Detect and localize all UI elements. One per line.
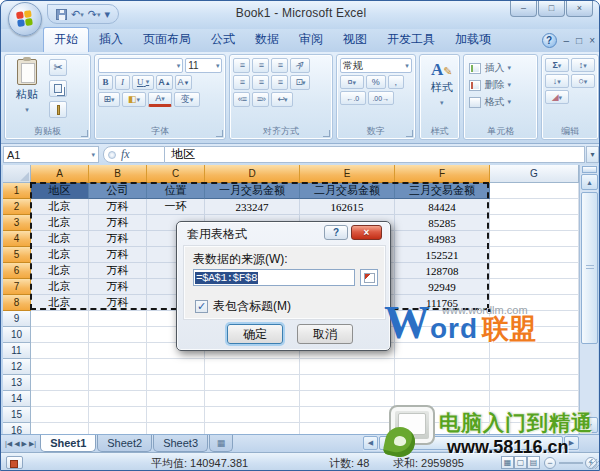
align-center-button[interactable]: ≡: [252, 75, 269, 90]
cell-F7[interactable]: 92949: [395, 279, 490, 295]
cell-E1[interactable]: 二月交易金额: [300, 183, 395, 199]
paste-button[interactable]: 粘贴▾: [10, 59, 44, 123]
font-name-combo[interactable]: ▾: [98, 58, 183, 73]
resize-grip[interactable]: [589, 459, 599, 469]
ribbon-tab-开始[interactable]: 开始: [43, 27, 89, 52]
split-handle[interactable]: [582, 166, 597, 173]
format-cells-button[interactable]: 格式▾: [469, 95, 531, 109]
cell-A8[interactable]: 北京: [31, 295, 89, 311]
cell-E13[interactable]: [300, 375, 395, 391]
row-header-1[interactable]: 1: [3, 183, 31, 199]
clear-button[interactable]: ◢▾: [545, 90, 569, 104]
insert-worksheet-button[interactable]: ▦: [209, 435, 233, 452]
cell-D14[interactable]: [205, 391, 300, 407]
cell-A9[interactable]: [31, 311, 89, 327]
cell-F1[interactable]: 三月交易金额: [395, 183, 490, 199]
increase-indent-button[interactable]: ≡»: [252, 92, 269, 107]
select-all-corner[interactable]: [3, 165, 31, 183]
cell-C13[interactable]: [147, 375, 205, 391]
cell-F6[interactable]: 128708: [395, 263, 490, 279]
col-header-F[interactable]: F: [395, 165, 490, 183]
ribbon-tab-页面布局[interactable]: 页面布局: [133, 28, 201, 52]
cell-A12[interactable]: [31, 359, 89, 375]
phonetic-button[interactable]: 变▾: [174, 92, 200, 107]
decrease-decimal-button[interactable]: .00→: [368, 91, 394, 105]
cell-G10[interactable]: [490, 327, 579, 343]
cell-B3[interactable]: 万科: [89, 215, 147, 231]
cell-G1[interactable]: [490, 183, 579, 199]
cell-A16[interactable]: [31, 423, 89, 434]
cell-G16[interactable]: [490, 423, 579, 434]
align-left-button[interactable]: ≡: [233, 75, 250, 90]
row-header-14[interactable]: 14: [3, 391, 31, 407]
cell-D13[interactable]: [205, 375, 300, 391]
cell-A4[interactable]: 北京: [31, 231, 89, 247]
cell-F9[interactable]: [395, 311, 490, 327]
name-box-dropdown-icon[interactable]: ▾: [91, 151, 95, 159]
comma-style-button[interactable]: ,: [388, 75, 404, 89]
dialog-close-button[interactable]: ×: [351, 225, 382, 240]
accounting-format-button[interactable]: ¤▾: [340, 75, 364, 89]
zoom-slider[interactable]: [559, 462, 583, 464]
cell-C15[interactable]: [147, 407, 205, 423]
cell-E12[interactable]: [300, 359, 395, 375]
wrap-text-button[interactable]: ↩▾: [271, 92, 293, 107]
cell-C12[interactable]: [147, 359, 205, 375]
fill-handle[interactable]: [487, 308, 492, 313]
cell-F15[interactable]: [395, 407, 490, 423]
row-header-7[interactable]: 7: [3, 279, 31, 295]
normal-view-button[interactable]: ▦: [501, 456, 514, 469]
cell-D1[interactable]: 一月交易金额: [205, 183, 300, 199]
cell-E15[interactable]: [300, 407, 395, 423]
page-break-view-button[interactable]: ▤: [527, 456, 540, 469]
cell-B7[interactable]: 万科: [89, 279, 147, 295]
col-header-A[interactable]: A: [31, 165, 89, 183]
cell-F13[interactable]: [395, 375, 490, 391]
styles-button[interactable]: A✎ 样式▾: [424, 59, 460, 123]
cell-E16[interactable]: [300, 423, 395, 434]
font-size-combo[interactable]: 11▾: [185, 58, 222, 73]
cell-A15[interactable]: [31, 407, 89, 423]
cell-B14[interactable]: [89, 391, 147, 407]
cell-G5[interactable]: [490, 247, 579, 263]
sheet-tab-sheet1[interactable]: Sheet1: [40, 435, 96, 452]
decrease-indent-button[interactable]: «≡: [233, 92, 250, 107]
collapse-range-button[interactable]: [360, 269, 378, 286]
scroll-left-button[interactable]: ◀: [363, 436, 378, 450]
cell-B2[interactable]: 万科: [89, 199, 147, 215]
sheet-nav-1[interactable]: ◀: [14, 440, 19, 448]
cell-G3[interactable]: [490, 215, 579, 231]
col-header-B[interactable]: B: [89, 165, 147, 183]
format-painter-button[interactable]: [49, 101, 67, 118]
cell-D16[interactable]: [205, 423, 300, 434]
expand-formula-bar-button[interactable]: ▾: [586, 146, 599, 163]
horizontal-scroll-thumb[interactable]: [379, 436, 563, 450]
insert-function-button[interactable]: fx: [103, 146, 165, 163]
cell-D15[interactable]: [205, 407, 300, 423]
ribbon-tab-公式[interactable]: 公式: [201, 28, 245, 52]
workbook-minimize-button[interactable]: –: [564, 36, 570, 46]
restore-button[interactable]: □: [538, 1, 565, 17]
headers-checkbox[interactable]: ✓: [195, 300, 208, 313]
cell-C1[interactable]: 位置: [147, 183, 205, 199]
table-source-input[interactable]: =$A$1:$F$8: [193, 269, 355, 286]
align-middle-button[interactable]: ≡: [252, 58, 269, 73]
sheet-tab-sheet3[interactable]: Sheet3: [153, 435, 208, 452]
cell-G6[interactable]: [490, 263, 579, 279]
cell-A5[interactable]: 北京: [31, 247, 89, 263]
ribbon-tab-审阅[interactable]: 审阅: [289, 28, 333, 52]
cell-G9[interactable]: [490, 311, 579, 327]
cell-G8[interactable]: [490, 295, 579, 311]
horizontal-scrollbar[interactable]: ◀ ▶: [363, 435, 579, 451]
row-header-6[interactable]: 6: [3, 263, 31, 279]
autosum-button[interactable]: Σ▾: [545, 58, 569, 72]
cell-B8[interactable]: 万科: [89, 295, 147, 311]
cell-G13[interactable]: [490, 375, 579, 391]
ribbon-tab-插入[interactable]: 插入: [89, 28, 133, 52]
cell-A2[interactable]: 北京: [31, 199, 89, 215]
cell-B6[interactable]: 万科: [89, 263, 147, 279]
cell-A13[interactable]: [31, 375, 89, 391]
cell-F14[interactable]: [395, 391, 490, 407]
cell-G14[interactable]: [490, 391, 579, 407]
cut-button[interactable]: ✂: [49, 59, 67, 76]
